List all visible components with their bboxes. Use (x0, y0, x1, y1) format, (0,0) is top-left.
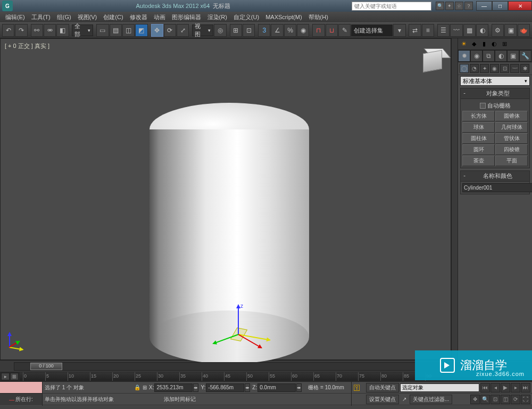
light-icon[interactable]: ☀ (460, 40, 468, 48)
tool2-icon[interactable]: ▮ (480, 40, 488, 48)
snap2-icon[interactable]: ⊔ (326, 24, 338, 37)
viewcube[interactable] (419, 47, 445, 74)
material-icon[interactable]: ◐ (476, 24, 488, 37)
nav-pan-icon[interactable]: ✥ (470, 395, 480, 404)
viewport-label[interactable]: [ + 0 正交 ] 真实 ] (5, 42, 49, 50)
prim-cone[interactable]: 圆锥体 (495, 111, 528, 121)
bind-icon[interactable]: ◧ (56, 24, 69, 37)
tool1-icon[interactable]: ◆ (470, 40, 478, 48)
info-icon[interactable]: ✦ (445, 2, 454, 10)
render-icon[interactable]: 🫖 (518, 24, 530, 37)
time-thumb[interactable]: 0 / 100 (30, 363, 62, 370)
prim-cylinder[interactable]: 圆柱体 (462, 133, 495, 144)
undo-icon[interactable]: ↶ (2, 24, 14, 37)
search-input[interactable] (352, 2, 431, 11)
percent-snap-icon[interactable]: % (284, 24, 296, 37)
autogrid-checkbox[interactable] (480, 103, 486, 109)
named-sel-dd-icon[interactable]: ▾ (393, 24, 405, 37)
manip-icon[interactable]: ⊞ (230, 24, 242, 37)
rollout-head-type[interactable]: 对象类型 (461, 88, 529, 99)
lights-icon[interactable]: ✦ (480, 64, 489, 73)
geom-icon[interactable]: ◯ (460, 64, 469, 73)
coord-z-spinner[interactable]: ◂▸ (296, 383, 302, 392)
shapes-icon[interactable]: ◔ (470, 64, 479, 73)
play-next-icon[interactable]: ▸ (511, 383, 520, 392)
menu-modifiers[interactable]: 修改器 (127, 13, 151, 21)
menu-render[interactable]: 渲染(R) (204, 13, 230, 21)
menu-help[interactable]: 帮助(H) (305, 13, 331, 21)
link-icon[interactable]: ⚯ (31, 24, 43, 37)
setkey-arrow-icon[interactable]: ↗ (400, 396, 409, 402)
tab-utilities[interactable]: 🔧 (519, 50, 531, 62)
coord-x-spinner[interactable]: ◂▸ (193, 383, 198, 392)
cameras-icon[interactable]: ◉ (490, 64, 499, 73)
prim-sphere[interactable]: 球体 (462, 122, 495, 133)
help-icon[interactable]: 🔍 (436, 2, 444, 10)
setkey-button[interactable]: 设置关键点 (366, 395, 399, 404)
menu-edit[interactable]: 编辑(E) (2, 13, 28, 21)
menu-maxscript[interactable]: MAXScript(M) (262, 14, 305, 20)
rollout-head-name[interactable]: 名称和颜色 (461, 171, 529, 182)
object-name-input[interactable] (462, 183, 532, 192)
mirror-icon[interactable]: ⇄ (409, 24, 421, 37)
selection-filter[interactable]: 全部 (72, 24, 93, 36)
curve-editor-icon[interactable]: 〰 (450, 24, 462, 37)
play-prev-icon[interactable]: ◂ (491, 383, 500, 392)
select-name-icon[interactable]: ▤ (110, 24, 122, 37)
nav-max-icon[interactable]: ⛶ (521, 395, 530, 404)
menu-grapheditors[interactable]: 图形编辑器 (169, 13, 204, 21)
comm-icon[interactable]: ☆ (455, 2, 463, 10)
prim-torus[interactable]: 圆环 (462, 144, 495, 155)
category-dropdown[interactable]: 标准基本体 (460, 76, 530, 86)
spacewarps-icon[interactable]: 〰 (510, 64, 519, 73)
systems-icon[interactable]: ✱ (520, 64, 529, 73)
edit-sel-icon[interactable]: ✎ (338, 24, 351, 37)
angle-snap-icon[interactable]: ∠ (271, 24, 283, 37)
key-filter-button[interactable]: 关键点过滤器... (410, 395, 452, 404)
render-frame-icon[interactable]: ▣ (504, 24, 517, 37)
tool3-icon[interactable]: ◐ (490, 40, 498, 48)
script-mini[interactable] (0, 382, 42, 394)
snap1-icon[interactable]: ⊓ (312, 24, 325, 37)
prim-box[interactable]: 长方体 (462, 111, 495, 121)
add-time-tag[interactable]: 添加时间标记 (164, 396, 196, 403)
helpers-icon[interactable]: ⊡ (500, 64, 509, 73)
tab-create[interactable]: ✹ (458, 50, 470, 62)
rotate-icon[interactable]: ⟳ (164, 24, 176, 37)
tab-modify[interactable]: ◉ (470, 50, 483, 62)
transform-type-icon[interactable]: ⊞ (143, 385, 147, 390)
track-cfg-icon[interactable]: ⊞ (10, 373, 19, 380)
viewport[interactable]: [ + 0 正交 ] 真实 ] z (0, 38, 451, 360)
app-icon[interactable]: G (2, 1, 13, 11)
move-icon[interactable]: ✥ (151, 24, 163, 37)
play-start-icon[interactable]: ⏮ (480, 383, 490, 392)
tab-display[interactable]: ▣ (507, 50, 519, 62)
select-region-icon[interactable]: ◫ (122, 24, 135, 37)
track-open-icon[interactable]: ▸ (1, 373, 10, 380)
nav-fov-icon[interactable]: ◫ (501, 395, 510, 404)
prim-teapot[interactable]: 茶壶 (462, 156, 495, 166)
pivot-icon[interactable]: ◎ (214, 24, 226, 37)
coord-y-spinner[interactable]: ◂▸ (245, 383, 250, 392)
close-button[interactable]: ✕ (508, 1, 532, 11)
layers-icon[interactable]: ☰ (437, 24, 450, 37)
menu-create[interactable]: 创建(C) (100, 13, 126, 21)
menu-views[interactable]: 视图(V) (74, 13, 101, 21)
prim-plane[interactable]: 平面 (495, 156, 528, 166)
align-icon[interactable]: ≡ (422, 24, 434, 37)
menu-customize[interactable]: 自定义(U) (230, 13, 262, 21)
tab-motion[interactable]: ◐ (495, 50, 507, 62)
keymode-icon[interactable]: ⊡ (243, 24, 255, 37)
menu-tools[interactable]: 工具(T) (28, 13, 54, 21)
window-crossing-icon[interactable]: ◩ (135, 24, 147, 37)
viewport-scrollbar[interactable] (451, 38, 458, 360)
schematic-icon[interactable]: ▦ (463, 24, 476, 37)
nav-zoom-icon[interactable]: 🔍 (480, 395, 490, 404)
nav-zoomext-icon[interactable]: ⊡ (491, 395, 500, 404)
prim-pyramid[interactable]: 四棱锥 (495, 144, 528, 155)
play-icon[interactable]: ▶ (501, 383, 510, 392)
ref-coord-dropdown[interactable]: 视图 (192, 24, 213, 36)
move-gizmo[interactable]: z (216, 305, 280, 369)
spinner-snap-icon[interactable]: ◉ (297, 24, 309, 37)
snap-icon[interactable]: 3 (258, 24, 270, 37)
